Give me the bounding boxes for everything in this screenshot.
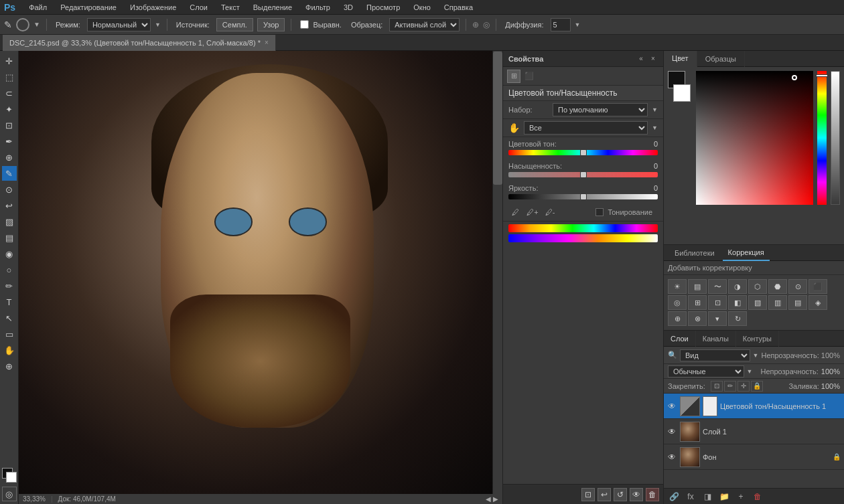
lock-pixels-btn[interactable]: ⊡ — [711, 381, 723, 392]
color-gradient-box[interactable] — [696, 71, 813, 205]
document-tab[interactable]: DSC_2145.psd @ 33,3% (Цветовой тон/Насыщ… — [3, 35, 276, 51]
invert-btn[interactable]: ◧ — [728, 295, 747, 310]
sat-thumb[interactable] — [580, 171, 587, 178]
tab-libraries[interactable]: Библиотеки — [669, 245, 720, 261]
menu-text[interactable]: Текст — [218, 2, 242, 13]
lasso-tool[interactable]: ⊂ — [2, 86, 17, 100]
vertical-scrollbar[interactable] — [492, 51, 502, 494]
photo-filter-btn[interactable]: ◎ — [668, 295, 687, 310]
menu-help[interactable]: Справка — [441, 2, 476, 13]
new-layer-btn[interactable]: + — [733, 491, 748, 503]
spot-heal-tool[interactable]: ⊕ — [2, 150, 17, 165]
mode-select[interactable]: Нормальный — [87, 18, 151, 31]
hue-thumb[interactable] — [580, 149, 587, 156]
layer-visibility-bg[interactable]: 👁 — [666, 452, 677, 463]
blend-mode-select[interactable]: Обычные — [668, 365, 744, 377]
eyedropper-btn3[interactable]: 🖊- — [543, 205, 557, 219]
quick-mask-btn[interactable]: ◎ — [2, 487, 17, 501]
tab-correction[interactable]: Коррекция — [723, 245, 770, 261]
history-brush-tool[interactable]: ↩ — [2, 198, 17, 213]
menu-image[interactable]: Изображение — [127, 2, 179, 13]
delete-layer-btn[interactable]: 🗑 — [750, 491, 765, 503]
diffuse-input[interactable] — [551, 18, 571, 31]
layer-visibility-husat[interactable]: 👁 — [666, 401, 677, 412]
lum-slider[interactable] — [508, 194, 658, 199]
clip-btn[interactable]: ⊡ — [581, 488, 595, 501]
nav-arrows[interactable]: ◀ ▶ — [486, 495, 498, 503]
shape-tool[interactable]: ▭ — [2, 327, 17, 341]
source-sample-btn[interactable]: Семпл. — [216, 18, 253, 31]
clone-tool[interactable]: ⊙ — [2, 182, 17, 197]
eyedropper-btn1[interactable]: 🖊 — [508, 205, 522, 219]
adj-more-btn4[interactable]: ↻ — [728, 311, 747, 326]
brush-tool active[interactable]: ✎ — [2, 166, 17, 181]
source-pattern-btn[interactable]: Узор — [257, 18, 285, 31]
move-tool[interactable]: ✛ — [2, 54, 17, 68]
color-lookup-btn[interactable]: ⊡ — [708, 295, 727, 310]
new-group-btn[interactable]: 📁 — [717, 491, 731, 503]
link-layers-btn[interactable]: 🔗 — [666, 491, 681, 503]
curves-btn[interactable]: 〜 — [708, 279, 727, 294]
layer-item-bg[interactable]: 👁 Фон 🔒 — [664, 444, 844, 470]
hue-bar-vertical[interactable] — [817, 71, 827, 205]
levels-btn[interactable]: ▤ — [688, 279, 707, 294]
posterize-btn[interactable]: ▧ — [748, 295, 767, 310]
zoom-tool[interactable]: ⊕ — [2, 359, 17, 373]
adj-more-btn2[interactable]: ⊗ — [688, 311, 707, 326]
background-swatch[interactable] — [673, 84, 691, 102]
toning-checkbox[interactable] — [595, 208, 604, 216]
reset-btn[interactable]: ↺ — [614, 488, 627, 501]
eyedropper-tool[interactable]: ✒ — [2, 134, 17, 149]
tab-contours[interactable]: Контуры — [736, 331, 779, 347]
layer-item-1[interactable]: 👁 Слой 1 — [664, 419, 844, 444]
channel-select[interactable]: Все — [524, 121, 648, 135]
menu-filter[interactable]: Фильтр — [303, 2, 333, 13]
add-mask-btn[interactable]: ◨ — [700, 491, 715, 503]
tab-layers[interactable]: Слои — [664, 331, 696, 347]
preset-select[interactable]: По умолчанию — [553, 103, 648, 116]
blur-tool[interactable]: ◉ — [2, 246, 17, 261]
adj-icon-1[interactable]: ⊞ — [507, 70, 520, 83]
tab-channels[interactable]: Каналы — [696, 331, 736, 347]
sat-slider[interactable] — [508, 172, 658, 177]
text-tool[interactable]: T — [2, 295, 17, 309]
add-style-btn[interactable]: fx — [683, 491, 698, 503]
pen-tool[interactable]: ✏ — [2, 278, 17, 293]
layer-item-husat[interactable]: 👁 Цветовой тон/Насыщенность 1 — [664, 394, 844, 419]
foreground-background-colors[interactable] — [2, 468, 17, 483]
gradient-map-btn[interactable]: ▤ — [788, 295, 807, 310]
quick-select-tool[interactable]: ✦ — [2, 102, 17, 116]
adj-icon-2[interactable]: ⬛ — [522, 70, 536, 83]
adj-more-btn3[interactable]: ▾ — [708, 311, 727, 326]
sample-select[interactable]: Активный слой — [389, 18, 460, 31]
prev-state-btn[interactable]: ↩ — [597, 488, 611, 501]
menu-3d[interactable]: 3D — [341, 2, 356, 13]
hand-tool[interactable]: ✋ — [2, 343, 17, 357]
lum-thumb[interactable] — [580, 193, 587, 200]
canvas-image[interactable] — [19, 51, 492, 494]
brush-options-btn[interactable]: ▼ — [33, 21, 40, 28]
hue-slider[interactable] — [508, 150, 658, 155]
menu-edit[interactable]: Редактирование — [58, 2, 119, 13]
dodge-tool[interactable]: ○ — [2, 262, 17, 277]
color-balance-btn[interactable]: ⊙ — [788, 279, 807, 294]
menu-layers[interactable]: Слои — [187, 2, 210, 13]
gradient-tool[interactable]: ▤ — [2, 230, 17, 245]
menu-view[interactable]: Просмотр — [364, 2, 403, 13]
align-checkbox[interactable] — [300, 20, 309, 29]
lock-move-btn[interactable]: ✛ — [737, 381, 750, 392]
bright-contrast-btn[interactable]: ☀ — [668, 279, 687, 294]
channel-mix-btn[interactable]: ⊞ — [688, 295, 707, 310]
bw-btn[interactable]: ⬛ — [808, 279, 827, 294]
vibrance-btn[interactable]: ⬡ — [748, 279, 767, 294]
eyedropper-btn2[interactable]: 🖊+ — [526, 205, 539, 219]
selection-tool[interactable]: ⬚ — [2, 70, 17, 84]
threshold-btn[interactable]: ▥ — [768, 295, 787, 310]
panel-close-btn[interactable]: × — [648, 54, 658, 64]
menu-window[interactable]: Окно — [411, 2, 433, 13]
background-color[interactable] — [6, 472, 17, 483]
lock-draw-btn[interactable]: ✏ — [724, 381, 736, 392]
alpha-bar[interactable] — [831, 71, 840, 205]
adj-more-btn1[interactable]: ⊕ — [668, 311, 687, 326]
path-select-tool[interactable]: ↖ — [2, 311, 17, 325]
